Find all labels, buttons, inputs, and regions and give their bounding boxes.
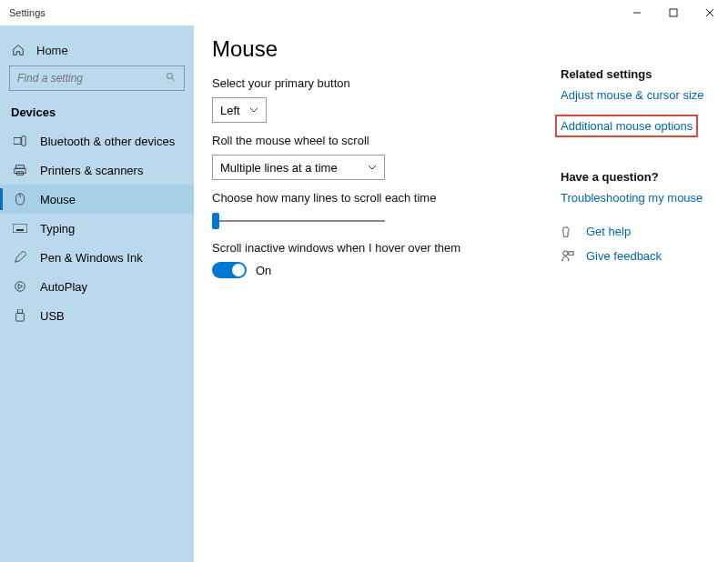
svg-rect-13 — [13, 224, 27, 233]
nav-label: Typing — [40, 222, 75, 236]
feedback-icon — [561, 250, 575, 263]
mouse-icon — [13, 193, 27, 206]
window-title: Settings — [9, 7, 46, 18]
sidebar: Home Devices Bluetooth & other devices P… — [0, 25, 194, 562]
inactive-toggle-row: On — [212, 262, 561, 278]
nav-label: Mouse — [40, 193, 76, 206]
search-box[interactable] — [9, 65, 185, 91]
nav-label: AutoPlay — [40, 280, 87, 294]
svg-point-22 — [563, 250, 568, 255]
svg-line-5 — [172, 77, 175, 80]
home-label: Home — [36, 44, 68, 57]
home-button[interactable]: Home — [0, 35, 194, 65]
pen-icon — [13, 251, 27, 264]
slider-track — [212, 220, 385, 222]
related-column: Related settings Adjust mouse & cursor s… — [561, 33, 706, 562]
settings-window: Settings Home Devices Bluetooth & other — [0, 0, 728, 562]
svg-rect-20 — [17, 309, 22, 313]
svg-rect-6 — [14, 138, 21, 145]
usb-icon — [13, 309, 27, 322]
chevron-down-icon — [249, 105, 258, 115]
related-heading: Related settings — [561, 67, 706, 81]
search-input[interactable] — [17, 72, 166, 85]
scroll-mode-select[interactable]: Multiple lines at a time — [212, 155, 385, 180]
maximize-button[interactable] — [655, 0, 692, 25]
nav-pen[interactable]: Pen & Windows Ink — [0, 243, 194, 272]
nav-autoplay[interactable]: AutoPlay — [0, 272, 194, 301]
svg-rect-8 — [16, 166, 25, 169]
svg-point-19 — [15, 282, 25, 292]
scroll-mode-value: Multiple lines at a time — [220, 161, 338, 175]
link-cursor-size[interactable]: Adjust mouse & cursor size — [561, 88, 706, 102]
give-feedback-link: Give feedback — [586, 249, 662, 263]
primary-button-select[interactable]: Left — [212, 97, 267, 123]
nav-printers[interactable]: Printers & scanners — [0, 156, 194, 185]
nav-typing[interactable]: Typing — [0, 214, 194, 243]
keyboard-icon — [13, 224, 27, 233]
chevron-down-icon — [368, 163, 377, 172]
primary-button-label: Select your primary button — [212, 76, 561, 90]
question-heading: Have a question? — [561, 170, 706, 184]
nav-list: Bluetooth & other devices Printers & sca… — [0, 126, 194, 330]
toggle-knob — [232, 264, 245, 276]
svg-rect-23 — [569, 251, 573, 255]
toggle-state-text: On — [256, 264, 271, 277]
nav-bluetooth[interactable]: Bluetooth & other devices — [0, 126, 194, 156]
close-button[interactable] — [692, 0, 728, 25]
nav-label: Printers & scanners — [40, 164, 143, 177]
nav-usb[interactable]: USB — [0, 301, 194, 330]
window-body: Home Devices Bluetooth & other devices P… — [0, 25, 728, 562]
inactive-toggle[interactable] — [212, 262, 247, 278]
nav-label: USB — [40, 309, 65, 323]
link-additional-mouse-options[interactable]: Additional mouse options — [555, 115, 698, 137]
link-troubleshoot[interactable]: Troubleshooting my mouse — [561, 191, 706, 205]
svg-point-4 — [167, 73, 173, 78]
page-heading: Mouse — [212, 36, 561, 62]
scroll-mode-label: Roll the mouse wheel to scroll — [212, 134, 561, 147]
section-title: Devices — [0, 100, 194, 126]
home-icon — [11, 44, 25, 56]
svg-rect-9 — [15, 168, 25, 173]
nav-mouse[interactable]: Mouse — [0, 185, 194, 214]
nav-label: Bluetooth & other devices — [40, 135, 175, 148]
devices-icon — [13, 135, 27, 146]
search-icon — [166, 72, 177, 85]
slider-thumb[interactable] — [212, 213, 219, 229]
primary-button-value: Left — [220, 104, 240, 117]
get-help-row[interactable]: Get help — [561, 225, 706, 238]
search-container — [0, 65, 194, 100]
printer-icon — [13, 164, 27, 176]
minimize-button[interactable] — [619, 0, 655, 25]
help-icon — [561, 226, 575, 238]
svg-line-2 — [706, 9, 713, 16]
svg-rect-7 — [22, 136, 25, 146]
main-content: Mouse Select your primary button Left Ro… — [194, 25, 728, 562]
inactive-window-label: Scroll inactive windows when I hover ove… — [212, 241, 561, 255]
nav-label: Pen & Windows Ink — [40, 251, 143, 265]
autoplay-icon — [13, 280, 27, 293]
svg-rect-1 — [670, 9, 677, 16]
titlebar: Settings — [0, 0, 728, 25]
lines-slider[interactable] — [212, 212, 385, 230]
lines-label: Choose how many lines to scroll each tim… — [212, 191, 561, 205]
svg-line-3 — [706, 9, 713, 16]
svg-rect-21 — [16, 313, 25, 321]
settings-column: Mouse Select your primary button Left Ro… — [212, 33, 561, 562]
get-help-link: Get help — [586, 225, 631, 238]
give-feedback-row[interactable]: Give feedback — [561, 249, 706, 263]
